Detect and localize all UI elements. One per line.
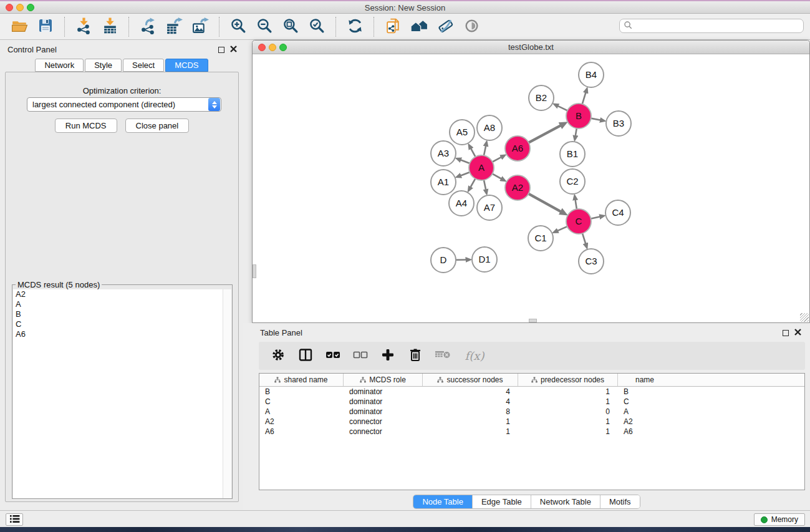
tab-motifs[interactable]: Motifs (600, 495, 640, 508)
import-network-button[interactable] (72, 16, 95, 37)
delete-column-button[interactable] (406, 347, 425, 365)
cell-name[interactable]: A2 (618, 417, 672, 426)
table-row-A2[interactable]: A2connector11A2 (259, 417, 804, 427)
network-canvas[interactable]: AA1A2A3A4A5A6A7A8BB1B2B3B4CC1C2C3C4DD1 (253, 54, 809, 322)
cell-shared-name[interactable]: B (259, 387, 344, 396)
cell-predecessor-nodes[interactable]: 1 (518, 427, 618, 436)
function-builder-button[interactable]: f(x) (461, 347, 488, 365)
tab-edge-table[interactable]: Edge Table (473, 495, 531, 508)
delete-table-button[interactable] (433, 347, 452, 365)
mcds-result-item-B[interactable]: B (13, 309, 224, 319)
cell-name[interactable]: B (618, 387, 672, 396)
save-session-button[interactable] (34, 16, 57, 37)
table-row-A6[interactable]: A6connector11A6 (259, 427, 804, 437)
result-list-scrollbar[interactable] (223, 289, 231, 498)
cell-successor-nodes[interactable]: 4 (423, 397, 518, 406)
show-graphics-button[interactable] (460, 16, 483, 37)
cell-shared-name[interactable]: A (259, 407, 344, 416)
canvas-vertical-scroll-thumb[interactable] (253, 264, 256, 278)
search-input[interactable] (633, 20, 803, 32)
tab-network[interactable]: Network (35, 59, 84, 72)
mcds-result-item-A[interactable]: A (13, 299, 224, 309)
home-button[interactable] (408, 16, 430, 37)
cell-successor-nodes[interactable]: 1 (423, 417, 518, 426)
table-tabs: Node Table Edge Table Network Table Moti… (243, 495, 810, 509)
zoom-fit-button[interactable] (279, 16, 302, 37)
column-header-shared-name[interactable]: shared name (259, 374, 344, 386)
mcds-result-item-A2[interactable]: A2 (13, 289, 224, 299)
table-row-C[interactable]: Cdominator41C (259, 397, 804, 407)
cell-name[interactable]: A (618, 407, 672, 416)
tab-network-table[interactable]: Network Table (531, 495, 600, 508)
column-view-icon (299, 348, 312, 364)
clone-network-button[interactable] (382, 16, 404, 37)
graph-edge-A6-B[interactable] (527, 125, 561, 143)
table-body: Bdominator41BCdominator41CAdominator80AA… (259, 387, 804, 437)
cell-MCDS-role[interactable]: connector (344, 417, 423, 426)
add-column-button[interactable] (378, 347, 397, 365)
export-table-button[interactable] (163, 16, 185, 37)
column-header-successor-nodes[interactable]: successor nodes (423, 374, 518, 386)
tab-select[interactable]: Select (123, 59, 164, 72)
graph-edge-A2-C[interactable] (527, 193, 561, 211)
tab-node-table[interactable]: Node Table (413, 495, 473, 508)
column-header-predecessor-nodes[interactable]: predecessor nodes (518, 374, 618, 386)
close-table-panel-icon[interactable] (794, 328, 801, 337)
workspace: Control Panel Network Style Select MCDS … (0, 40, 810, 510)
zoom-selected-button[interactable] (306, 16, 328, 37)
table-row-A[interactable]: Adominator80A (259, 407, 804, 417)
cell-MCDS-role[interactable]: dominator (344, 397, 423, 406)
graph-node-label-A8: A8 (484, 122, 495, 133)
hide-labels-button[interactable] (434, 16, 456, 37)
memory-button[interactable]: Memory (754, 513, 805, 526)
zoom-out-button[interactable] (253, 16, 276, 37)
deselect-all-button[interactable] (351, 347, 370, 365)
cell-MCDS-role[interactable]: dominator (344, 407, 423, 416)
cell-successor-nodes[interactable]: 4 (423, 387, 518, 396)
tab-style[interactable]: Style (85, 59, 122, 72)
cell-predecessor-nodes[interactable]: 1 (518, 387, 618, 396)
cell-MCDS-role[interactable]: dominator (344, 387, 423, 396)
select-all-button[interactable] (324, 347, 342, 365)
cell-predecessor-nodes[interactable]: 1 (518, 417, 618, 426)
mcds-result-title: MCDS result (5 nodes) (16, 280, 102, 289)
cell-name[interactable]: C (618, 397, 672, 406)
zoom-out-icon (256, 17, 273, 36)
cell-predecessor-nodes[interactable]: 0 (518, 407, 618, 416)
export-image-button[interactable] (189, 16, 211, 37)
cell-predecessor-nodes[interactable]: 1 (518, 397, 618, 406)
float-panel-icon[interactable] (218, 47, 224, 53)
window-resize-grip[interactable] (800, 313, 809, 322)
column-header-MCDS-role[interactable]: MCDS role (344, 374, 423, 386)
cell-MCDS-role[interactable]: connector (344, 427, 423, 436)
float-table-panel-icon[interactable] (783, 330, 789, 336)
task-history-button[interactable] (6, 513, 23, 526)
cell-successor-nodes[interactable]: 8 (423, 407, 518, 416)
table-row-B[interactable]: Bdominator41B (259, 387, 804, 397)
zoom-in-button[interactable] (227, 16, 249, 37)
refresh-button[interactable] (344, 16, 366, 37)
close-panel-icon[interactable] (230, 45, 237, 54)
cell-name[interactable]: A6 (618, 427, 672, 436)
mcds-result-item-C[interactable]: C (13, 319, 224, 329)
import-table-button[interactable] (99, 16, 121, 37)
open-session-button[interactable] (8, 16, 31, 37)
zoom-fit-icon (282, 17, 299, 36)
network-window-titlebar: testGlobe.txt (253, 41, 809, 54)
close-panel-button[interactable]: Close panel (125, 118, 190, 133)
cell-shared-name[interactable]: A6 (259, 427, 344, 436)
column-type-icon (274, 377, 281, 383)
column-header-name[interactable]: name (618, 374, 672, 386)
control-panel-title: Control Panel (7, 45, 57, 54)
tab-mcds[interactable]: MCDS (165, 59, 208, 72)
cell-shared-name[interactable]: C (259, 397, 344, 406)
criterion-select[interactable]: largest connected component (directed) (27, 97, 221, 112)
run-mcds-button[interactable]: Run MCDS (55, 118, 117, 133)
export-network-button[interactable] (137, 16, 159, 37)
table-settings-button[interactable] (269, 347, 287, 365)
cell-successor-nodes[interactable]: 1 (423, 427, 518, 436)
mcds-result-item-A6[interactable]: A6 (13, 329, 224, 339)
cell-shared-name[interactable]: A2 (259, 417, 344, 426)
canvas-horizontal-scroll-thumb[interactable] (529, 319, 537, 322)
column-view-button[interactable] (296, 347, 315, 365)
